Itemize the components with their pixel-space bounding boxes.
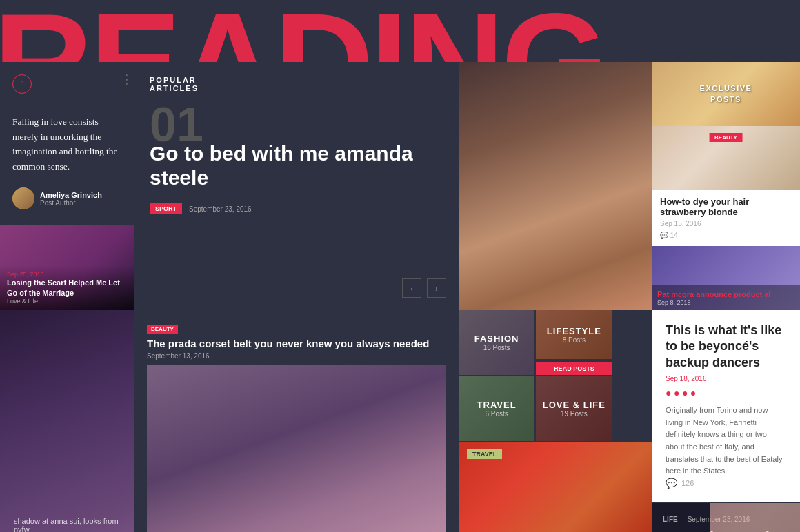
article-text-date: Sep 18, 2016 bbox=[666, 375, 786, 382]
hair-info: How-to dye your hair strawberry blonde S… bbox=[652, 190, 800, 246]
hair-date: Sep 15, 2016 bbox=[660, 220, 792, 227]
beauty-article-card: BEAUTY The prada corset belt you never k… bbox=[134, 310, 459, 532]
author-name: Ameliya Grinvich bbox=[40, 191, 102, 199]
fashion-overlay-text: shadow at anna sui, looks from nyfw al p… bbox=[14, 517, 134, 532]
fashion-card[interactable]: shadow at anna sui, looks from nyfw al p… bbox=[0, 310, 134, 532]
iphone-cell: LIFE September 23, 2016 Your First Look … bbox=[652, 503, 800, 532]
travel-category[interactable]: TRAVEL 6 Posts bbox=[459, 376, 534, 441]
left-column: " Falling in love consists merely in unc… bbox=[0, 62, 134, 310]
lifestyle-cat-posts: 8 Posts bbox=[563, 336, 586, 344]
article-meta: SPORT September 23, 2016 bbox=[150, 203, 443, 214]
sub-card-date: Sep 25, 2016 bbox=[7, 271, 128, 278]
love-cat-name: LOVE & LIFE bbox=[543, 400, 606, 410]
pat-overlay: Pat mcgra announce product al Sep 8, 201… bbox=[652, 285, 800, 310]
article-date: September 23, 2016 bbox=[189, 205, 252, 213]
hair-title: How-to dye your hair strawberry blonde bbox=[660, 196, 792, 217]
travel-cat-posts: 6 Posts bbox=[485, 410, 508, 418]
hero-img-bg bbox=[459, 62, 652, 310]
fashion-cat-posts: 16 Posts bbox=[483, 344, 510, 351]
quote-card: " Falling in love consists merely in unc… bbox=[0, 62, 134, 222]
author-row: Ameliya Grinvich Post Author bbox=[12, 187, 122, 209]
more-menu[interactable] bbox=[126, 74, 128, 85]
bottom-right-col: This is what it's like to be beyoncé's b… bbox=[652, 310, 800, 532]
bottom-left-col: shadow at anna sui, looks from nyfw al p… bbox=[0, 310, 134, 532]
pat-date: Sep 8, 2018 bbox=[657, 299, 794, 306]
prev-arrow[interactable]: ‹ bbox=[402, 278, 421, 298]
bottom-center-right: FASHION 16 Posts LIFESTYLE 8 Posts READ … bbox=[459, 310, 652, 532]
beauty-tag: BEAUTY bbox=[709, 133, 743, 142]
nav-arrows: ‹ › bbox=[402, 278, 446, 298]
sub-article-card[interactable]: Sep 25, 2016 Losing the Scarf Helped Me … bbox=[0, 225, 134, 310]
sport-tag: SPORT bbox=[150, 203, 182, 214]
exclusive-section: EXCLUSIVE POSTS BEAUTY How-to dye your h… bbox=[652, 62, 800, 310]
article-text-cell: This is what it's like to be beyoncé's b… bbox=[652, 310, 800, 502]
author-role: Post Author bbox=[40, 199, 102, 207]
exclusive-bottom: BEAUTY bbox=[652, 126, 800, 190]
love-cat-posts: 19 Posts bbox=[561, 410, 588, 418]
travel-cat-overlay: TRAVEL 6 Posts bbox=[459, 376, 534, 441]
fashion-cat-overlay: FASHION 16 Posts bbox=[459, 310, 534, 375]
next-arrow[interactable]: › bbox=[427, 278, 446, 298]
travel-cat-name: TRAVEL bbox=[477, 400, 517, 410]
pat-card[interactable]: Pat mcgra announce product al Sep 8, 201… bbox=[652, 246, 800, 310]
lifestyle-category[interactable]: LIFESTYLE 8 Posts READ POSTS bbox=[536, 310, 612, 375]
article-text-title: This is what it's like to be beyoncé's b… bbox=[666, 323, 786, 371]
lifestyle-cat-overlay: LIFESTYLE 8 Posts bbox=[536, 310, 612, 359]
sub-card-category: Love & Life bbox=[7, 298, 128, 305]
article-title: Go to bed with me amanda steele bbox=[150, 142, 443, 190]
beauty-article-date: September 13, 2016 bbox=[147, 352, 446, 360]
avatar bbox=[12, 187, 34, 209]
hair-comments: 💬 14 bbox=[660, 232, 792, 239]
life-tag: LIFE bbox=[663, 515, 678, 523]
car-image: TRAVEL bbox=[459, 442, 652, 532]
fashion-small: shadow at anna sui, looks from nyfw bbox=[14, 517, 134, 532]
beauty-tag-small: BEAUTY bbox=[147, 325, 178, 334]
lifestyle-cat-name: LIFESTYLE bbox=[547, 326, 601, 336]
sub-card-overlay: Sep 25, 2016 Losing the Scarf Helped Me … bbox=[0, 265, 134, 310]
article-dots: ● ● ● ● bbox=[666, 388, 786, 399]
author-info: Ameliya Grinvich Post Author bbox=[40, 191, 102, 207]
main-grid: " Falling in love consists merely in unc… bbox=[0, 62, 800, 532]
quote-icon: " bbox=[12, 74, 32, 94]
love-category[interactable]: LOVE & LIFE 19 Posts bbox=[536, 376, 612, 441]
comment-count: 14 bbox=[670, 232, 678, 239]
popular-label: POPULAR ARTICLES bbox=[150, 76, 443, 92]
article-comments-row: 💬 126 bbox=[666, 478, 786, 489]
fashion-cat-name: FASHION bbox=[474, 334, 519, 344]
comment-icon: 💬 bbox=[660, 232, 668, 239]
fashion-category[interactable]: FASHION 16 Posts bbox=[459, 310, 534, 375]
beauty-article-title: The prada corset belt you never knew you… bbox=[147, 338, 446, 349]
article-text-body: Originally from Torino and now living in… bbox=[666, 405, 786, 478]
pat-title: Pat mcgra announce product al bbox=[657, 289, 794, 299]
fashion-bg bbox=[0, 310, 134, 532]
travel-tag: TRAVEL bbox=[467, 449, 502, 459]
exclusive-top: EXCLUSIVE POSTS bbox=[652, 62, 800, 126]
popular-articles-card: POPULAR ARTICLES 01 Go to bed with me am… bbox=[134, 62, 459, 310]
exclusive-label: EXCLUSIVE POSTS bbox=[700, 83, 752, 105]
hero-image bbox=[459, 62, 652, 310]
love-cat-overlay: LOVE & LIFE 19 Posts bbox=[536, 376, 612, 441]
comment-icon-2: 💬 bbox=[666, 478, 677, 489]
beauty-article-img bbox=[147, 365, 446, 532]
sub-card-title: Losing the Scarf Helped Me Let Go of the… bbox=[7, 278, 128, 298]
bottom-img-bg bbox=[147, 365, 446, 532]
read-posts-button[interactable]: READ POSTS bbox=[536, 362, 612, 375]
category-grid: FASHION 16 Posts LIFESTYLE 8 Posts READ … bbox=[459, 310, 612, 441]
iphone-bg-decoration bbox=[710, 503, 800, 532]
comment-count-2: 126 bbox=[681, 479, 694, 487]
quote-text: Falling in love consists merely in uncor… bbox=[12, 114, 122, 174]
